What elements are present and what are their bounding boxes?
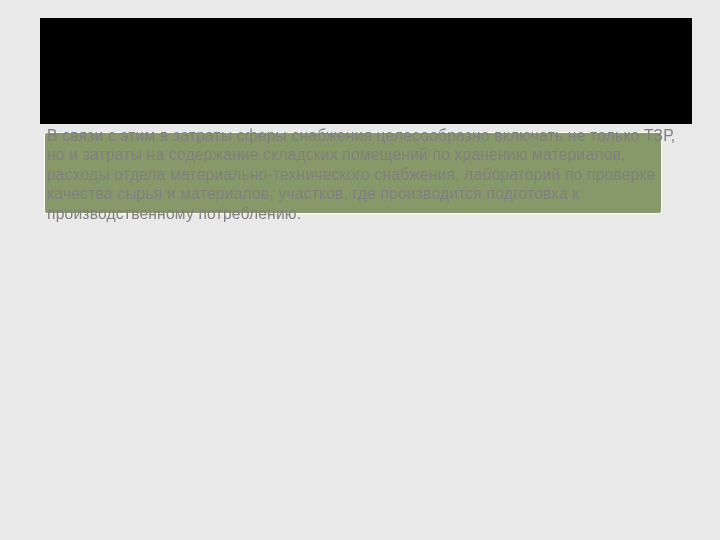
body-text: В связи с этим в затраты сферы снабжения… [47, 126, 683, 223]
title-band [40, 18, 692, 124]
slide: В связи с этим в затраты сферы снабжения… [0, 0, 720, 540]
